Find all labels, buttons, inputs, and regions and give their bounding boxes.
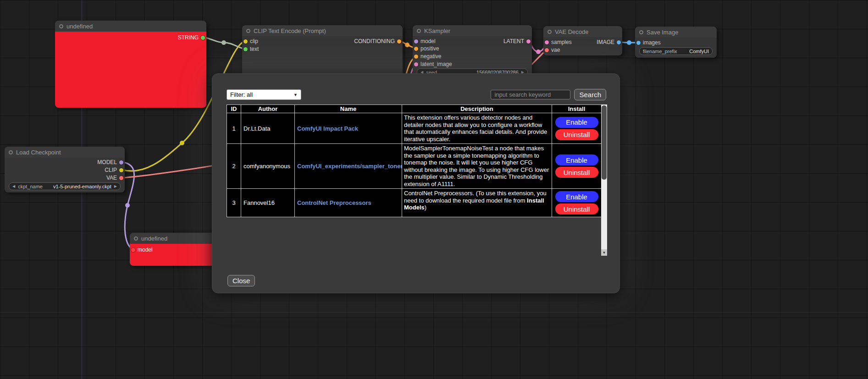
latent-image-input-slot[interactable]	[414, 62, 418, 66]
node-vae-decode[interactable]: VAE Decode samples vae IMAGE	[543, 26, 622, 55]
extension-name-link[interactable]: ComfyUI Impact Pack	[297, 125, 358, 132]
table-scrollbar[interactable]: ▼	[601, 104, 607, 256]
input-slot-label: positive	[420, 45, 439, 52]
samples-input-slot[interactable]	[545, 40, 549, 44]
enable-button[interactable]: Enable	[555, 154, 598, 165]
input-slot-label: model	[420, 38, 436, 44]
table-row: 3 Fannovel16 ControlNet Preprocessors Co…	[227, 189, 602, 217]
filename-prefix-widget[interactable]: filename_prefix ComfyUI	[639, 47, 713, 55]
ckpt-next-arrow-icon[interactable]: ▶	[114, 184, 117, 188]
collapse-dot-icon[interactable]	[639, 30, 643, 34]
node-title: CLIP Text Encode (Prompt)	[254, 27, 326, 34]
extension-name-link[interactable]: ControlNet Preprocessors	[297, 199, 371, 206]
vae-output-slot[interactable]	[119, 176, 123, 180]
node-header[interactable]: KSampler	[413, 25, 532, 36]
wire-reroute-dot	[221, 40, 226, 45]
uninstall-button[interactable]: Uninstall	[555, 167, 598, 178]
search-button[interactable]: Search	[574, 89, 606, 100]
cell-id: 3	[227, 189, 241, 217]
ckpt-prev-arrow-icon[interactable]: ◀	[12, 184, 15, 188]
collapse-dot-icon[interactable]	[417, 29, 421, 33]
output-slot-label: STRING	[178, 34, 199, 41]
string-output-slot[interactable]	[201, 36, 205, 40]
node-body: images filename_prefix ComfyUI	[635, 38, 717, 58]
custom-nodes-dialog: Filter: all ▼ Search ID Author Name	[212, 73, 620, 293]
conditioning-output-slot[interactable]	[397, 39, 401, 44]
output-slot-label: IMAGE	[597, 39, 614, 45]
scrollbar-thumb[interactable]	[602, 105, 607, 180]
output-slot-label: CONDITIONING	[354, 38, 395, 44]
cell-author: comfyanonymous	[241, 144, 295, 189]
node-save-image[interactable]: Save Image images filename_prefix ComfyU…	[635, 27, 717, 58]
input-slot-label: vae	[551, 47, 560, 53]
positive-input-slot[interactable]	[414, 47, 418, 51]
model-input-slot[interactable]	[131, 248, 135, 252]
dialog-toolbar: Filter: all ▼ Search	[227, 89, 606, 100]
ckpt-name-widget[interactable]: ◀ ckpt_name v1-5-pruned-emaonly.ckpt ▶	[9, 182, 121, 190]
images-input-slot[interactable]	[636, 41, 641, 45]
filename-prefix-label: filename_prefix	[643, 49, 677, 54]
cell-id: 2	[227, 144, 241, 189]
close-button[interactable]: Close	[227, 275, 255, 286]
collapse-dot-icon[interactable]	[547, 30, 552, 34]
search-input[interactable]	[491, 90, 570, 99]
node-header[interactable]: undefined	[130, 233, 215, 244]
negative-input-slot[interactable]	[414, 55, 418, 59]
uninstall-button[interactable]: Uninstall	[555, 129, 598, 140]
cell-description: ControlNet Preprocessors. (To use this e…	[402, 189, 552, 217]
output-slot-label: CLIP	[105, 167, 117, 173]
node-header[interactable]: VAE Decode	[543, 26, 622, 37]
cell-description: This extension offers various detector n…	[402, 113, 552, 144]
clip-output-slot[interactable]	[119, 168, 123, 172]
node-body: MODEL CLIP VAE ◀ ckpt_name v1-5-pruned-e…	[5, 158, 125, 192]
node-title: KSampler	[424, 27, 450, 34]
output-slot-label: MODEL	[97, 159, 117, 165]
node-header[interactable]: Save Image	[635, 27, 717, 38]
table-row: 1 Dr.Lt.Data ComfyUI Impact Pack This ex…	[227, 113, 602, 144]
uninstall-button[interactable]: Uninstall	[555, 203, 598, 214]
enable-button[interactable]: Enable	[555, 191, 598, 202]
node-header[interactable]: Load Checkpoint	[5, 147, 125, 158]
description-text: )	[425, 204, 426, 211]
node-title: undefined	[66, 23, 93, 30]
node-header[interactable]: undefined	[55, 21, 206, 32]
collapse-dot-icon[interactable]	[9, 150, 13, 154]
node-undefined-string[interactable]: undefined STRING	[55, 21, 206, 108]
text-input-slot[interactable]	[243, 47, 248, 51]
comfyui-canvas[interactable]: undefined STRING CLIP Text Encode (Promp…	[0, 0, 868, 379]
output-slot-label: LATENT	[503, 38, 524, 44]
extension-name-link[interactable]: ComfyUI_experiments/sampler_tonemap	[297, 163, 402, 170]
filter-dropdown[interactable]: Filter: all ▼	[227, 89, 301, 100]
extensions-table: ID Author Name Description Install 1 Dr.…	[227, 104, 602, 217]
vae-input-slot[interactable]	[545, 48, 549, 52]
cell-id: 1	[227, 113, 241, 144]
scroll-down-arrow-icon[interactable]: ▼	[601, 249, 607, 256]
input-slot-label: clip	[250, 38, 258, 44]
node-undefined-model[interactable]: undefined model	[130, 233, 215, 266]
ckpt-widget-value: v1-5-pruned-emaonly.ckpt	[53, 184, 111, 189]
header-install: Install	[552, 105, 602, 113]
dropdown-caret-icon: ▼	[293, 93, 298, 97]
output-slot-label: VAE	[106, 175, 117, 181]
wire-reroute-dot	[536, 49, 541, 54]
extensions-table-container: ID Author Name Description Install 1 Dr.…	[227, 104, 607, 256]
collapse-dot-icon[interactable]	[134, 236, 138, 241]
filter-dropdown-value: Filter: all	[230, 91, 253, 98]
input-slot-label: latent_image	[420, 61, 452, 67]
enable-button[interactable]: Enable	[555, 117, 598, 128]
clip-input-slot[interactable]	[243, 39, 248, 44]
node-title: VAE Decode	[555, 28, 588, 35]
model-output-slot[interactable]	[119, 160, 123, 165]
wire-reroute-dot	[180, 141, 184, 145]
node-header[interactable]: CLIP Text Encode (Prompt)	[242, 25, 403, 36]
collapse-dot-icon[interactable]	[246, 29, 250, 33]
node-title: undefined	[141, 235, 167, 242]
cell-author: Fannovel16	[241, 189, 295, 217]
latent-output-slot[interactable]	[526, 39, 531, 44]
collapse-dot-icon[interactable]	[59, 24, 63, 28]
model-input-slot[interactable]	[414, 39, 418, 44]
node-body: samples vae IMAGE	[543, 37, 622, 55]
node-load-checkpoint[interactable]: Load Checkpoint MODEL CLIP VAE ◀ ckpt_na…	[5, 147, 125, 192]
image-output-slot[interactable]	[617, 40, 621, 44]
table-header-row: ID Author Name Description Install	[227, 105, 602, 113]
